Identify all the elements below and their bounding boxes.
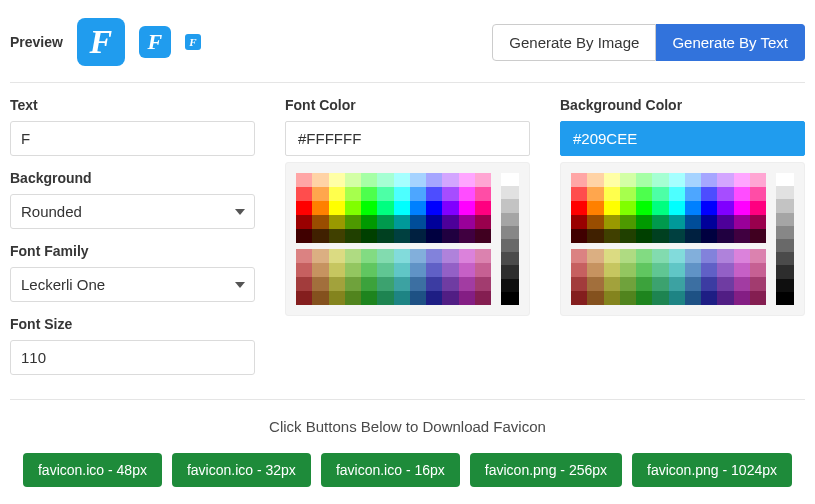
color-swatch[interactable]	[296, 201, 312, 215]
gray-swatch[interactable]	[776, 292, 794, 305]
color-swatch[interactable]	[717, 187, 733, 201]
gray-swatch[interactable]	[501, 186, 519, 199]
color-swatch[interactable]	[377, 173, 393, 187]
color-swatch[interactable]	[587, 263, 603, 277]
color-swatch[interactable]	[571, 263, 587, 277]
color-swatch[interactable]	[426, 291, 442, 305]
color-swatch[interactable]	[312, 215, 328, 229]
color-swatch[interactable]	[652, 201, 668, 215]
font-color-value[interactable]: #FFFFFF	[285, 121, 530, 156]
color-swatch[interactable]	[717, 173, 733, 187]
color-swatch[interactable]	[750, 229, 766, 243]
color-swatch[interactable]	[361, 215, 377, 229]
download-png-1024[interactable]: favicon.png - 1024px	[632, 453, 792, 487]
color-swatch[interactable]	[475, 291, 491, 305]
download-ico-32[interactable]: favicon.ico - 32px	[172, 453, 311, 487]
color-swatch[interactable]	[361, 229, 377, 243]
color-swatch[interactable]	[475, 249, 491, 263]
color-swatch[interactable]	[701, 229, 717, 243]
color-swatch[interactable]	[604, 249, 620, 263]
color-swatch[interactable]	[750, 291, 766, 305]
color-swatch[interactable]	[604, 277, 620, 291]
color-swatch[interactable]	[734, 173, 750, 187]
color-swatch[interactable]	[701, 249, 717, 263]
color-swatch[interactable]	[571, 291, 587, 305]
color-swatch[interactable]	[604, 291, 620, 305]
color-swatch[interactable]	[329, 277, 345, 291]
color-swatch[interactable]	[475, 173, 491, 187]
color-swatch[interactable]	[734, 263, 750, 277]
color-swatch[interactable]	[685, 229, 701, 243]
color-swatch[interactable]	[442, 173, 458, 187]
color-swatch[interactable]	[410, 187, 426, 201]
color-swatch[interactable]	[296, 263, 312, 277]
color-swatch[interactable]	[717, 263, 733, 277]
color-swatch[interactable]	[426, 173, 442, 187]
color-swatch[interactable]	[296, 215, 312, 229]
color-swatch[interactable]	[410, 249, 426, 263]
color-swatch[interactable]	[426, 201, 442, 215]
color-swatch[interactable]	[394, 201, 410, 215]
color-swatch[interactable]	[394, 277, 410, 291]
color-swatch[interactable]	[620, 277, 636, 291]
color-swatch[interactable]	[361, 291, 377, 305]
color-swatch[interactable]	[701, 263, 717, 277]
color-swatch[interactable]	[717, 201, 733, 215]
color-swatch[interactable]	[636, 291, 652, 305]
gray-swatch[interactable]	[776, 279, 794, 292]
color-swatch[interactable]	[701, 215, 717, 229]
color-swatch[interactable]	[377, 249, 393, 263]
color-swatch[interactable]	[685, 249, 701, 263]
color-swatch[interactable]	[669, 187, 685, 201]
color-swatch[interactable]	[652, 215, 668, 229]
color-swatch[interactable]	[394, 187, 410, 201]
color-swatch[interactable]	[701, 187, 717, 201]
color-swatch[interactable]	[717, 249, 733, 263]
bg-color-swatch-grid[interactable]	[571, 173, 766, 305]
color-swatch[interactable]	[410, 291, 426, 305]
color-swatch[interactable]	[426, 229, 442, 243]
color-swatch[interactable]	[475, 263, 491, 277]
color-swatch[interactable]	[410, 263, 426, 277]
color-swatch[interactable]	[587, 173, 603, 187]
gray-swatch[interactable]	[501, 265, 519, 278]
color-swatch[interactable]	[410, 173, 426, 187]
color-swatch[interactable]	[750, 173, 766, 187]
color-swatch[interactable]	[312, 291, 328, 305]
select-font-family[interactable]: Leckerli One	[10, 267, 255, 302]
color-swatch[interactable]	[587, 229, 603, 243]
color-swatch[interactable]	[685, 187, 701, 201]
color-swatch[interactable]	[636, 277, 652, 291]
color-swatch[interactable]	[312, 277, 328, 291]
color-swatch[interactable]	[620, 187, 636, 201]
color-swatch[interactable]	[652, 229, 668, 243]
color-swatch[interactable]	[377, 215, 393, 229]
color-swatch[interactable]	[701, 173, 717, 187]
color-swatch[interactable]	[377, 277, 393, 291]
select-background[interactable]: Rounded	[10, 194, 255, 229]
color-swatch[interactable]	[652, 263, 668, 277]
color-swatch[interactable]	[312, 173, 328, 187]
color-swatch[interactable]	[750, 187, 766, 201]
color-swatch[interactable]	[750, 201, 766, 215]
color-swatch[interactable]	[459, 173, 475, 187]
gray-swatch[interactable]	[501, 292, 519, 305]
color-swatch[interactable]	[734, 249, 750, 263]
color-swatch[interactable]	[329, 173, 345, 187]
color-swatch[interactable]	[734, 215, 750, 229]
color-swatch[interactable]	[652, 187, 668, 201]
color-swatch[interactable]	[571, 201, 587, 215]
color-swatch[interactable]	[426, 277, 442, 291]
color-swatch[interactable]	[296, 173, 312, 187]
gray-swatch[interactable]	[776, 226, 794, 239]
color-swatch[interactable]	[587, 249, 603, 263]
color-swatch[interactable]	[410, 215, 426, 229]
color-swatch[interactable]	[394, 263, 410, 277]
color-swatch[interactable]	[459, 201, 475, 215]
color-swatch[interactable]	[296, 187, 312, 201]
color-swatch[interactable]	[394, 229, 410, 243]
color-swatch[interactable]	[345, 277, 361, 291]
color-swatch[interactable]	[459, 263, 475, 277]
bg-color-value[interactable]: #209CEE	[560, 121, 805, 156]
color-swatch[interactable]	[345, 201, 361, 215]
